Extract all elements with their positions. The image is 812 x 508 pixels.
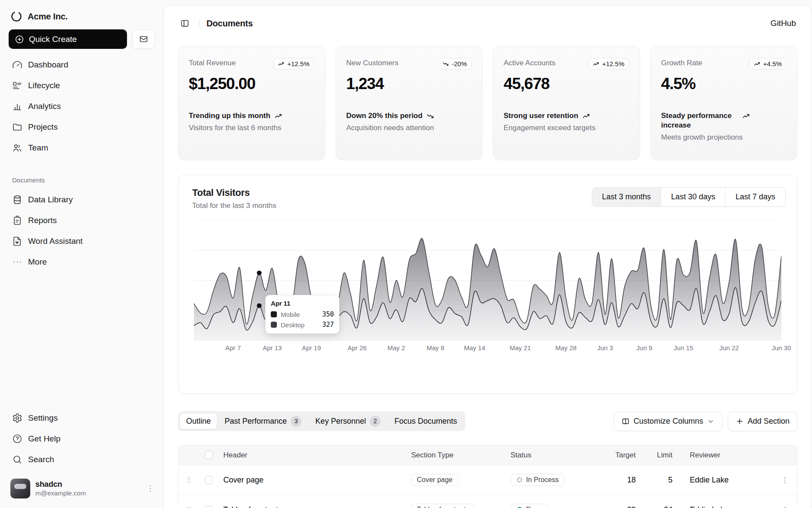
sidebar-item-team[interactable]: Team	[7, 138, 156, 157]
drag-handle[interactable]	[178, 476, 199, 484]
user-name: shadcn	[35, 479, 141, 489]
x-axis-tick: Apr 7	[225, 344, 241, 351]
col-limit: Limit	[648, 451, 685, 460]
sidebar-item-analytics[interactable]: Analytics	[7, 96, 156, 116]
stat-value: $1,250.00	[189, 75, 314, 93]
x-axis-tick: May 21	[510, 344, 531, 351]
range-last-3-months[interactable]: Last 3 months	[592, 188, 661, 206]
customize-columns-button[interactable]: Customize Columns	[614, 412, 722, 431]
page-title: Documents	[206, 19, 253, 29]
sidebar-item-data-library[interactable]: Data Library	[7, 190, 156, 209]
quick-create-button[interactable]: Quick Create	[9, 29, 127, 49]
gauge-icon	[12, 60, 22, 70]
section-type-badge: Table of contents	[411, 504, 475, 508]
clipboard-icon	[12, 215, 22, 226]
chart-tooltip: Apr 11 Mobile 350 Desktop 327	[265, 295, 339, 334]
table-row: Cover page Cover page In Process 18 5 Ed…	[178, 465, 797, 495]
tab-outline[interactable]: Outline	[180, 413, 217, 429]
chart-subtitle: Total for the last 3 months	[192, 201, 276, 210]
x-axis-tick: Apr 19	[302, 344, 321, 351]
brand-name: Acme Inc.	[28, 12, 68, 22]
trending-up-icon	[274, 112, 282, 120]
topbar: Documents GitHub	[164, 6, 812, 41]
trend-badge: +4.5%	[749, 58, 787, 70]
x-axis-tick: May 14	[464, 344, 485, 351]
user-menu[interactable]: shadcn m@example.com	[7, 476, 158, 501]
cell-limit[interactable]: 24	[648, 505, 685, 508]
stat-value: 1,234	[346, 75, 472, 93]
tooltip-row-desktop: Desktop 327	[271, 321, 334, 329]
cell-header[interactable]: Cover page	[218, 476, 406, 485]
sidebar-item-search[interactable]: Search	[7, 450, 156, 469]
cell-target[interactable]: 29	[600, 505, 648, 508]
desktop-swatch	[271, 322, 277, 328]
range-last-7-days[interactable]: Last 7 days	[725, 188, 785, 206]
sidebar-section-label: Documents	[7, 176, 156, 184]
plus-icon	[736, 417, 744, 425]
trending-up-icon	[754, 61, 761, 67]
trending-up-icon	[582, 112, 590, 120]
sidebar-item-settings[interactable]: Settings	[7, 408, 156, 428]
row-checkbox[interactable]	[205, 476, 213, 484]
section-tabs-row: Outline Past Performance3 Key Personnel2…	[178, 411, 797, 431]
sidebar-item-more[interactable]: More	[7, 252, 156, 272]
sidebar-item-lifecycle[interactable]: Lifecycle	[7, 76, 156, 95]
panel-left-icon	[181, 19, 189, 28]
cell-target[interactable]: 18	[600, 476, 648, 485]
folder-icon	[12, 122, 22, 132]
sidebar-item-get-help[interactable]: Get Help	[7, 429, 156, 448]
more-vertical-icon	[781, 506, 789, 508]
status-badge: Done	[511, 504, 548, 508]
range-last-30-days[interactable]: Last 30 days	[661, 188, 725, 206]
sidebar-item-word-assistant[interactable]: Word Assistant	[7, 231, 156, 251]
file-word-icon	[12, 236, 22, 246]
visitors-area-chart[interactable]: Apr 11 Mobile 350 Desktop 327	[194, 220, 781, 341]
columns-icon	[622, 417, 630, 425]
sidebar-item-dashboard[interactable]: Dashboard	[7, 55, 156, 74]
row-actions-button[interactable]	[778, 503, 792, 508]
table-header-row: Header Section Type Status Target Limit …	[178, 445, 797, 465]
stat-card-active-accounts: Active Accounts +12.5% 45,678 Strong use…	[493, 46, 640, 160]
help-circle-icon	[12, 434, 22, 444]
tab-past-performance[interactable]: Past Performance3	[218, 413, 308, 429]
sidebar-toggle-button[interactable]	[178, 16, 192, 31]
mobile-swatch	[271, 311, 277, 317]
stat-value: 4.5%	[661, 75, 787, 93]
row-actions-button[interactable]	[778, 473, 792, 487]
github-link[interactable]: GitHub	[771, 19, 796, 28]
users-icon	[12, 143, 22, 153]
brand[interactable]: Acme Inc.	[10, 10, 153, 22]
range-toggle-group: Last 3 months Last 30 days Last 7 days	[592, 187, 786, 207]
inbox-button[interactable]	[132, 29, 155, 49]
sidebar: Acme Inc. Quick Create Dashboard Lifecyc…	[0, 0, 163, 508]
x-axis-tick: Jun 9	[636, 344, 652, 351]
section-type-badge: Cover page	[411, 474, 458, 486]
tab-key-personnel[interactable]: Key Personnel2	[309, 413, 387, 429]
drag-handle[interactable]	[178, 505, 199, 508]
cell-header[interactable]: Table of contents	[218, 505, 406, 508]
gear-icon	[12, 413, 22, 423]
select-all-checkbox[interactable]	[205, 451, 213, 459]
x-axis-labels: Apr 7Apr 13Apr 19Apr 26May 2May 8May 14M…	[194, 344, 781, 355]
stat-value: 45,678	[504, 75, 629, 93]
cell-reviewer[interactable]: Eddie Lake	[685, 476, 773, 485]
cell-limit[interactable]: 5	[648, 476, 685, 485]
section-tabs: Outline Past Performance3 Key Personnel2…	[178, 411, 465, 431]
tab-focus-documents[interactable]: Focus Documents	[388, 413, 463, 429]
chart-title: Total Visitors	[192, 187, 276, 198]
row-checkbox[interactable]	[205, 506, 213, 508]
x-axis-tick: May 28	[555, 344, 577, 351]
total-visitors-card: Total Visitors Total for the last 3 mont…	[178, 175, 797, 394]
sidebar-item-projects[interactable]: Projects	[7, 117, 156, 137]
cell-reviewer[interactable]: Eddie Lake	[685, 505, 773, 508]
search-icon	[12, 454, 22, 465]
stat-card-total-revenue: Total Revenue +12.5% $1,250.00 Trending …	[178, 46, 325, 160]
stat-cards: Total Revenue +12.5% $1,250.00 Trending …	[178, 46, 797, 160]
trending-up-icon	[278, 61, 285, 67]
plus-circle-icon	[15, 35, 24, 44]
sections-table: Header Section Type Status Target Limit …	[178, 445, 797, 508]
sidebar-item-reports[interactable]: Reports	[7, 211, 156, 230]
add-section-button[interactable]: Add Section	[728, 412, 797, 431]
mail-icon	[139, 35, 148, 44]
stat-card-new-customers: New Customers -20% 1,234 Down 20% this p…	[336, 46, 483, 160]
